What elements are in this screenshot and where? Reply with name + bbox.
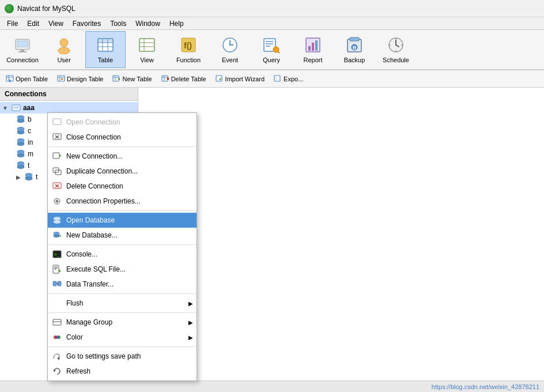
- color-icon: [52, 333, 62, 342]
- app-icon: [5, 4, 14, 13]
- ctx-new-database[interactable]: New Database...: [48, 228, 197, 243]
- query-icon: [262, 36, 281, 54]
- svg-rect-1: [17, 41, 28, 47]
- svg-rect-79: [53, 119, 61, 125]
- toolbar: Connection User Table View: [0, 30, 544, 70]
- ctx-open-connection[interactable]: Open Connection: [48, 115, 197, 130]
- toolbar-report[interactable]: Report: [293, 31, 333, 68]
- svg-rect-12: [139, 39, 154, 51]
- duplicate-connection-icon: [52, 167, 62, 176]
- connection-tree-icon: [12, 103, 21, 112]
- toolbar-function[interactable]: f() Function: [168, 31, 209, 68]
- toolbar-table[interactable]: Table: [85, 31, 126, 68]
- database-icon-t1: [16, 161, 25, 170]
- menu-tools[interactable]: Tools: [105, 18, 131, 29]
- design-table-icon: [57, 75, 65, 83]
- toolbar-schedule[interactable]: Schedule: [376, 31, 416, 68]
- open-connection-icon: [52, 118, 62, 127]
- view-icon: [138, 36, 156, 54]
- toolbar-view[interactable]: View: [127, 31, 167, 68]
- svg-text:B: B: [353, 45, 357, 51]
- menu-file[interactable]: File: [2, 18, 22, 29]
- toolbar-query[interactable]: Query: [251, 31, 292, 68]
- svg-point-36: [389, 44, 391, 46]
- manage-group-icon: [52, 318, 62, 327]
- svg-text:>_: >_: [54, 252, 60, 257]
- svg-point-5: [58, 47, 70, 54]
- ctx-console[interactable]: >_ Console...: [48, 247, 197, 262]
- svg-rect-83: [53, 153, 59, 159]
- open-table-icon: [6, 75, 14, 83]
- connection-properties-icon: [52, 197, 62, 206]
- backup-icon: B: [345, 36, 364, 54]
- ctx-separator-3: [48, 244, 197, 245]
- expand-arrow-t2: ▶: [16, 174, 21, 180]
- close-connection-icon: [52, 133, 62, 142]
- menubar: File Edit View Favorites Tools Window He…: [0, 17, 544, 30]
- delete-table-icon: [161, 75, 169, 83]
- ctx-separator-5: [48, 312, 197, 313]
- statusbar-text: https://blog.csdn.net/weixin_42878211: [432, 383, 539, 390]
- sidebar-header: Connections: [0, 88, 138, 101]
- menu-view[interactable]: View: [44, 18, 68, 29]
- user-icon: [55, 36, 73, 54]
- content-area: [138, 88, 544, 392]
- ctx-duplicate-connection[interactable]: Duplicate Connection...: [48, 164, 197, 179]
- tree-connection-aaa[interactable]: ▼ aaa: [0, 102, 138, 114]
- ctx-flush[interactable]: Flush ▶: [48, 296, 197, 311]
- report-icon: [304, 36, 322, 54]
- toolbar-event[interactable]: Event: [210, 31, 250, 68]
- svg-rect-27: [312, 43, 314, 51]
- design-table-btn[interactable]: Design Table: [54, 74, 107, 84]
- import-wizard-btn[interactable]: Import Wizard: [212, 74, 268, 84]
- goto-path-icon: [52, 352, 62, 361]
- svg-rect-57: [274, 76, 280, 81]
- ctx-execute-sql[interactable]: Execute SQL File...: [48, 262, 197, 277]
- menu-help[interactable]: Help: [165, 18, 188, 29]
- toolbar-connection[interactable]: Connection: [2, 31, 43, 68]
- export-btn[interactable]: Expo...: [270, 74, 307, 84]
- connection-icon: [13, 36, 32, 54]
- ctx-color[interactable]: Color ▶: [48, 330, 197, 345]
- toolbar-backup[interactable]: B Backup: [334, 31, 375, 68]
- ctx-new-connection[interactable]: New Connection...: [48, 149, 197, 164]
- svg-text:f(): f(): [184, 41, 192, 50]
- data-transfer-icon: [52, 280, 62, 289]
- expand-arrow: ▼: [2, 105, 8, 111]
- menu-favorites[interactable]: Favorites: [68, 18, 105, 29]
- database-icon-in: [16, 138, 25, 147]
- ctx-separator-1: [48, 146, 197, 147]
- execute-sql-icon: [52, 265, 62, 274]
- new-table-btn[interactable]: New Table: [109, 74, 155, 84]
- toolbar-user[interactable]: User: [44, 31, 84, 68]
- ctx-manage-group[interactable]: Manage Group ▶: [48, 315, 197, 330]
- open-table-btn[interactable]: Open Table: [2, 74, 51, 84]
- svg-rect-42: [58, 76, 65, 81]
- open-database-icon: [52, 216, 62, 225]
- ctx-open-database[interactable]: Open Database: [48, 213, 197, 228]
- svg-point-66: [17, 131, 24, 134]
- ctx-refresh[interactable]: Refresh: [48, 364, 197, 379]
- menu-edit[interactable]: Edit: [22, 18, 44, 29]
- menu-window[interactable]: Window: [131, 18, 165, 29]
- ctx-data-transfer[interactable]: Data Transfer...: [48, 277, 197, 292]
- ctx-delete-connection[interactable]: Delete Connection: [48, 179, 197, 194]
- svg-rect-50: [162, 76, 168, 81]
- svg-marker-41: [9, 79, 12, 82]
- database-icon-b: [16, 115, 25, 124]
- console-icon: >_: [52, 250, 62, 259]
- svg-rect-26: [308, 46, 311, 51]
- ctx-connection-properties[interactable]: Connection Properties...: [48, 194, 197, 209]
- svg-rect-113: [53, 319, 61, 325]
- ctx-goto-path[interactable]: Go to settings save path: [48, 349, 197, 364]
- svg-point-99: [54, 235, 59, 238]
- ctx-close-connection[interactable]: Close Connection: [48, 130, 197, 145]
- delete-table-btn[interactable]: Delete Table: [158, 74, 210, 84]
- app-title: Navicat for MySQL: [17, 5, 75, 13]
- svg-point-37: [402, 44, 403, 46]
- schedule-icon: [387, 36, 405, 54]
- svg-rect-55: [216, 76, 222, 81]
- new-table-icon: [112, 75, 120, 83]
- database-icon-t2: [24, 172, 33, 182]
- flush-submenu-arrow: ▶: [188, 300, 193, 307]
